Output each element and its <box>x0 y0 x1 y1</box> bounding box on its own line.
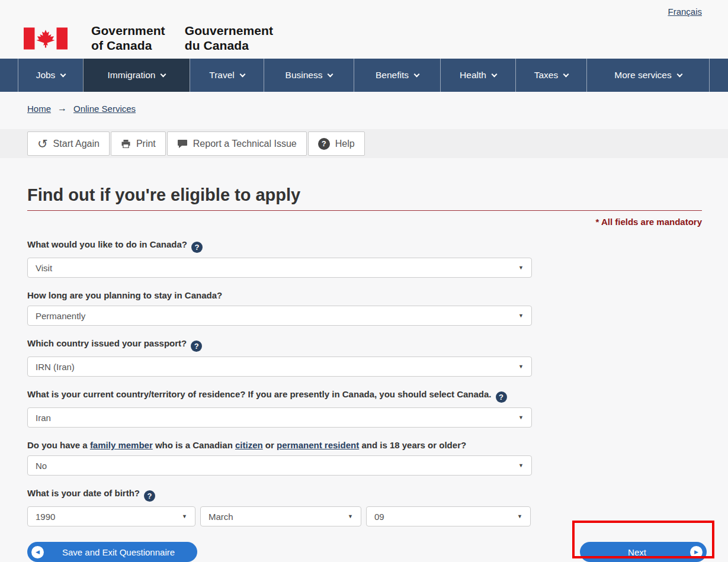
nav-item-business[interactable]: Business <box>264 59 354 92</box>
label-text: and is 18 years or older? <box>359 440 466 450</box>
chevron-down-icon <box>239 71 245 77</box>
purpose-select[interactable]: Visit▼ <box>27 258 532 278</box>
language-toggle-link[interactable]: Français <box>668 7 702 17</box>
select-value: Visit <box>36 263 52 273</box>
select-value: Permanently <box>36 311 85 321</box>
start-again-button[interactable]: ↺ Start Again <box>27 131 110 156</box>
select-value: IRN (Iran) <box>36 362 75 372</box>
chevron-down-icon <box>676 71 682 77</box>
question-row-family-member: Do you have a family member who is a Can… <box>27 439 702 476</box>
dropdown-caret-icon: ▼ <box>518 313 524 319</box>
help-icon[interactable]: ? <box>496 391 507 403</box>
nav-item-label: More services <box>614 70 671 81</box>
select-value: 09 <box>374 512 384 522</box>
select-group: No▼ <box>27 455 702 476</box>
chat-icon <box>177 139 188 149</box>
nav-item-jobs[interactable]: Jobs <box>18 59 83 92</box>
dropdown-caret-icon: ▼ <box>348 513 353 519</box>
label-text: What would you like to do in Canada? <box>27 239 187 249</box>
question-row-date-of-birth: What is your date of birth??1990▼March▼0… <box>27 487 702 526</box>
passport-country-select[interactable]: IRN (Iran)▼ <box>27 357 532 377</box>
nav-item-more-services[interactable]: More services <box>586 59 709 92</box>
stay-duration-select[interactable]: Permanently▼ <box>27 306 532 326</box>
breadcrumb-home-link[interactable]: Home <box>27 104 51 114</box>
page-title: Find out if you're eligible to apply <box>27 185 702 211</box>
label-text: or <box>263 440 277 450</box>
label-text: who is a Canadian <box>153 440 235 450</box>
nav-item-label: Health <box>460 70 486 81</box>
dropdown-caret-icon: ▼ <box>518 463 524 468</box>
help-button[interactable]: ? Help <box>308 131 365 156</box>
inline-link[interactable]: permanent resident <box>277 440 359 450</box>
toolbar: ↺ Start Again Print Report a Technical I… <box>0 129 728 158</box>
breadcrumb-online-services-link[interactable]: Online Services <box>73 104 136 114</box>
goc-signature[interactable]: Government of Canada Gouvernement du Can… <box>24 24 273 53</box>
label-text: What is your date of birth? <box>27 488 140 498</box>
question-label: Which country issued your passport?? <box>27 338 702 352</box>
restart-icon: ↺ <box>37 137 48 150</box>
help-icon[interactable]: ? <box>191 242 203 253</box>
question-label: What is your date of birth?? <box>27 487 702 502</box>
nav-spacer <box>709 59 728 92</box>
select-group: Permanently▼ <box>27 306 702 326</box>
site-header: Français Government of Canada Gouverneme… <box>0 0 728 59</box>
report-issue-button[interactable]: Report a Technical Issue <box>167 131 307 156</box>
label-text: Which country issued your passport? <box>27 338 187 348</box>
mandatory-note: * All fields are mandatory <box>27 217 702 227</box>
next-arrow-icon: ▶ <box>690 546 703 558</box>
question-label: Do you have a family member who is a Can… <box>27 439 702 451</box>
action-row: ◀ Save and Exit Questionnaire Next ▶ <box>27 542 702 562</box>
label-text: Do you have a <box>27 440 90 450</box>
help-icon: ? <box>318 138 330 150</box>
breadcrumb: Home → Online Services <box>0 92 728 115</box>
help-icon[interactable]: ? <box>144 490 155 502</box>
nav-item-benefits[interactable]: Benefits <box>354 59 440 92</box>
chevron-down-icon <box>161 71 166 77</box>
chevron-down-icon <box>491 71 497 77</box>
question-label: How long are you planning to stay in Can… <box>27 290 702 301</box>
select-group: 1990▼March▼09▼ <box>27 506 702 526</box>
chevron-down-icon <box>60 71 66 77</box>
label-text: What is your current country/territory o… <box>27 389 492 399</box>
nav-item-taxes[interactable]: Taxes <box>515 59 586 92</box>
nav-item-label: Benefits <box>376 70 409 81</box>
page: Français Government of Canada Gouverneme… <box>0 0 728 562</box>
birth-month-select[interactable]: March▼ <box>200 506 361 526</box>
save-exit-button[interactable]: ◀ Save and Exit Questionnaire <box>27 542 197 562</box>
canada-flag-icon <box>24 27 68 50</box>
dropdown-caret-icon: ▼ <box>518 265 524 271</box>
nav-item-label: Immigration <box>108 70 156 81</box>
family-member-select[interactable]: No▼ <box>27 455 532 476</box>
questionnaire: Find out if you're eligible to apply * A… <box>27 185 702 562</box>
help-icon[interactable]: ? <box>191 341 202 352</box>
birth-year-select[interactable]: 1990▼ <box>27 506 195 526</box>
dropdown-caret-icon: ▼ <box>518 415 524 420</box>
label-text: How long are you planning to stay in Can… <box>27 290 222 300</box>
inline-link[interactable]: family member <box>90 440 153 450</box>
question-list: What would you like to do in Canada??Vis… <box>27 239 702 526</box>
question-row-purpose: What would you like to do in Canada??Vis… <box>27 239 702 278</box>
select-group: IRN (Iran)▼ <box>27 357 702 377</box>
breadcrumb-arrow-icon: → <box>57 103 67 114</box>
chevron-down-icon <box>328 71 333 77</box>
nav-item-health[interactable]: Health <box>440 59 515 92</box>
select-value: 1990 <box>36 512 55 522</box>
print-button[interactable]: Print <box>111 131 166 156</box>
nav-item-label: Travel <box>209 70 235 81</box>
select-value: No <box>36 461 47 471</box>
dropdown-caret-icon: ▼ <box>517 513 522 519</box>
residence-country-select[interactable]: Iran▼ <box>27 407 532 428</box>
dropdown-caret-icon: ▼ <box>182 513 187 519</box>
inline-link[interactable]: citizen <box>235 440 263 450</box>
nav-item-label: Taxes <box>534 70 559 81</box>
signature-french: Gouvernement du Canada <box>185 24 273 53</box>
next-button[interactable]: Next ▶ <box>580 542 707 562</box>
nav-item-travel[interactable]: Travel <box>190 59 264 92</box>
nav-item-immigration[interactable]: Immigration <box>83 59 190 92</box>
chevron-down-icon <box>414 71 420 77</box>
select-group: Visit▼ <box>27 258 702 278</box>
select-value: Iran <box>36 413 51 423</box>
birth-day-select[interactable]: 09▼ <box>366 506 531 526</box>
dropdown-caret-icon: ▼ <box>518 364 524 370</box>
question-label: What is your current country/territory o… <box>27 388 702 403</box>
